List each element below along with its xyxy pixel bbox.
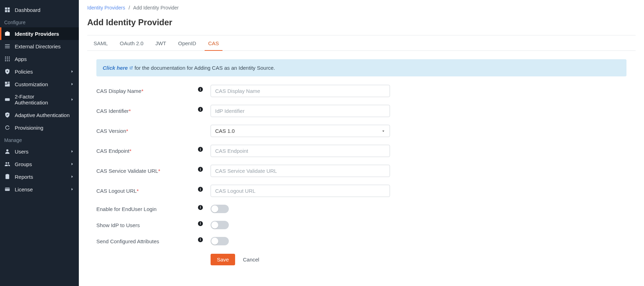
tab-jwt[interactable]: JWT [155, 35, 167, 50]
sidebar-item-label: Adaptive Authentication [15, 112, 70, 118]
apps-icon [4, 56, 11, 62]
doc-link-text: Click here [103, 65, 128, 71]
required-mark: * [137, 188, 139, 194]
sidebar-item-external-directories[interactable]: External Directories [0, 40, 79, 53]
label-validate-url: CAS Service Validate URL* [96, 168, 198, 174]
sidebar-item-dashboard[interactable]: Dashboard [0, 4, 79, 16]
info-tail: for the documentation for Adding CAS as … [133, 65, 275, 71]
page-title: Add Identity Provider [87, 13, 636, 35]
breadcrumb: Identity Providers / Add Identity Provid… [87, 0, 636, 13]
info-icon[interactable]: i [198, 237, 203, 242]
input-validate-url[interactable] [211, 165, 390, 177]
doc-link[interactable]: Click here [103, 65, 133, 71]
sidebar-item-license[interactable]: License [0, 183, 79, 196]
label-endpoint: CAS Endpoint* [96, 148, 198, 154]
form-actions: Save Cancel [96, 254, 626, 265]
svg-point-13 [7, 71, 8, 72]
sidebar-item-label: External Directories [15, 43, 61, 49]
sidebar-item-label: Reports [15, 174, 33, 180]
svg-point-5 [7, 56, 8, 57]
chevron-right-icon [70, 162, 75, 166]
sidebar-item-label: Users [15, 149, 28, 155]
save-button[interactable]: Save [211, 254, 235, 265]
sidebar-item-label: Dashboard [15, 7, 40, 13]
info-banner: Click here for the documentation for Add… [96, 59, 626, 76]
info-icon[interactable]: i [198, 167, 203, 172]
tabs: SAML OAuth 2.0 JWT OpenID CAS [87, 35, 636, 51]
select-version[interactable]: CAS 1.0 [211, 125, 390, 137]
cancel-button[interactable]: Cancel [241, 254, 261, 265]
row-validate-url: CAS Service Validate URL* i [96, 165, 626, 177]
shield-check-icon [4, 112, 11, 118]
svg-point-8 [7, 59, 8, 60]
tab-saml[interactable]: SAML [93, 35, 109, 50]
sidebar-item-adaptive-auth[interactable]: Adaptive Authentication [0, 109, 79, 121]
breadcrumb-parent[interactable]: Identity Providers [87, 5, 125, 11]
svg-rect-15 [8, 82, 10, 83]
svg-rect-16 [8, 83, 10, 84]
svg-rect-23 [5, 189, 10, 189]
sidebar-item-identity-providers[interactable]: Identity Providers [0, 27, 79, 40]
sidebar-section-manage: Manage [0, 134, 79, 145]
breadcrumb-current: Add Identity Provider [133, 5, 179, 11]
input-display-name[interactable] [211, 85, 390, 97]
toggle-show-idp[interactable] [211, 221, 229, 229]
sidebar-item-groups[interactable]: Groups [0, 158, 79, 170]
sidebar-item-provisioning[interactable]: Provisioning [0, 121, 79, 134]
chevron-right-icon [70, 69, 75, 74]
label-version: CAS Version* [96, 128, 198, 134]
chevron-right-icon [70, 97, 75, 102]
sidebar-item-users[interactable]: Users [0, 145, 79, 158]
sidebar-item-label: 2-Factor Authentication [15, 94, 66, 105]
user-icon [4, 148, 11, 155]
toggle-send-attrs[interactable] [211, 237, 229, 245]
sidebar-item-policies[interactable]: Policies [0, 65, 79, 78]
info-icon[interactable]: i [198, 107, 203, 112]
required-mark: * [126, 128, 128, 134]
label-show-idp: Show IdP to Users [96, 222, 198, 228]
label-send-attrs: Send Configured Attributes [96, 238, 198, 244]
input-endpoint[interactable] [211, 145, 390, 157]
sidebar-item-2fa[interactable]: 2-Factor Authentication [0, 90, 79, 109]
external-link-icon [129, 66, 133, 70]
briefcase-icon [4, 30, 11, 37]
svg-rect-14 [5, 82, 7, 84]
sidebar-item-customization[interactable]: Customization [0, 78, 79, 90]
otp-icon [4, 96, 11, 103]
svg-rect-3 [8, 10, 10, 12]
label-identifier: CAS Identifier* [96, 108, 198, 114]
row-endpoint: CAS Endpoint* i [96, 145, 626, 157]
svg-point-19 [6, 149, 8, 151]
tab-oauth[interactable]: OAuth 2.0 [119, 35, 144, 50]
required-mark: * [129, 148, 131, 154]
sidebar-section-configure: Configure [0, 16, 79, 27]
svg-point-10 [5, 60, 6, 61]
required-mark: * [141, 88, 143, 94]
svg-rect-17 [5, 84, 10, 87]
row-logout-url: CAS Logout URL* i [96, 185, 626, 197]
shield-cog-icon [4, 68, 11, 75]
info-icon[interactable]: i [198, 205, 203, 210]
input-identifier[interactable] [211, 105, 390, 117]
svg-rect-0 [5, 7, 7, 9]
tab-openid[interactable]: OpenID [177, 35, 197, 50]
list-icon [4, 43, 11, 49]
sidebar-item-label: Provisioning [15, 125, 43, 131]
main-content: Identity Providers / Add Identity Provid… [79, 0, 644, 286]
info-icon[interactable]: i [198, 87, 203, 92]
info-icon[interactable]: i [198, 147, 203, 152]
info-icon[interactable]: i [198, 187, 203, 192]
info-icon[interactable]: i [198, 221, 203, 226]
breadcrumb-sep: / [126, 5, 132, 11]
tab-cas[interactable]: CAS [207, 35, 220, 50]
toggle-enduser-login[interactable] [211, 205, 229, 213]
groups-icon [4, 161, 11, 167]
sidebar-item-reports[interactable]: Reports [0, 170, 79, 183]
sidebar-item-apps[interactable]: Apps [0, 53, 79, 65]
sidebar-item-label: License [15, 186, 33, 192]
label-enduser-login: Enable for EndUser Login [96, 206, 198, 212]
sync-icon [4, 124, 11, 131]
input-logout-url[interactable] [211, 185, 390, 197]
svg-rect-1 [8, 7, 10, 9]
svg-point-12 [9, 60, 10, 61]
